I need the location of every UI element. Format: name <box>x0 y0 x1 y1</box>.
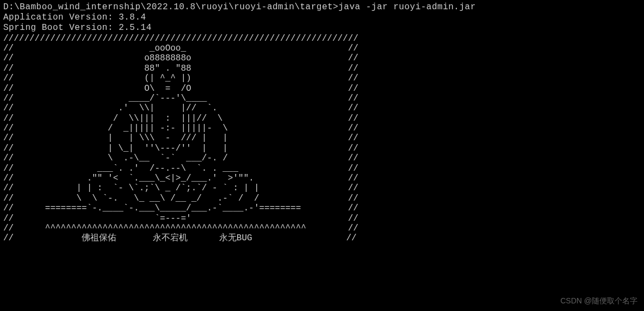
csdn-watermark: CSDN @随便取个名字 <box>560 296 637 306</box>
command-text: java -jar ruoyi-admin.jar <box>338 2 476 12</box>
application-version-line: Application Version: 3.8.4 <box>3 13 641 23</box>
ascii-art-banner: ////////////////////////////////////////… <box>3 34 641 244</box>
command-prompt-line: D:\Bamboo_wind_internship\2022.10.8\ruoy… <box>3 2 641 13</box>
prompt-path: D:\Bamboo_wind_internship\2022.10.8\ruoy… <box>3 2 338 12</box>
spring-boot-version-line: Spring Boot Version: 2.5.14 <box>3 23 641 33</box>
